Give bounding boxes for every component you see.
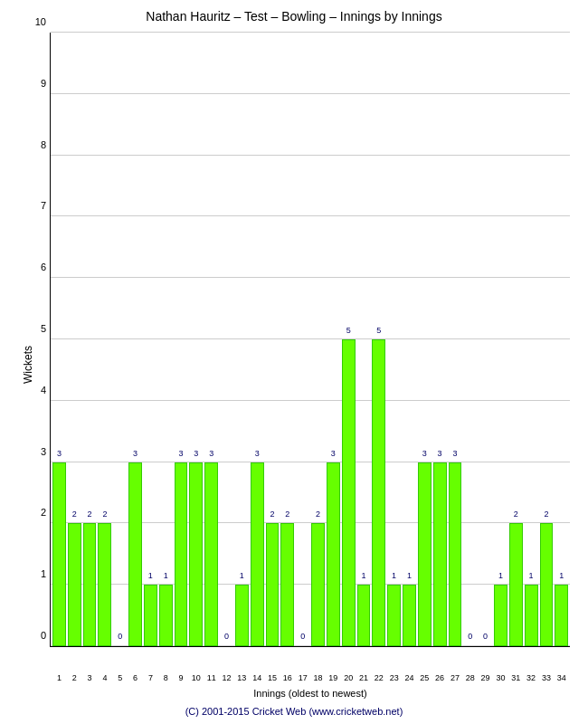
bar-value-label: 2 [285,510,289,519]
bar: 2 [280,523,294,646]
x-tick-label: 20 [342,673,356,682]
bar: 3 [128,462,142,646]
bar-value-label: 2 [514,510,518,519]
bar-value-label: 1 [498,571,503,580]
bar: 1 [357,585,371,646]
bar-wrapper: 1 [525,33,538,646]
chart-title: Nathan Hauritz – Test – Bowling – Inning… [0,0,588,28]
bar-wrapper: 0 [220,33,233,646]
bar-wrapper: 0 [296,33,309,646]
bar-wrapper: 2 [83,33,97,646]
x-tick-label: 19 [327,673,340,682]
bar-value-label: 3 [179,449,184,458]
bar-value-label: 3 [452,449,457,458]
x-axis-labels: 1234567891011121314151617181920212223242… [51,673,570,682]
bar: 1 [555,585,568,646]
bar-wrapper: 1 [357,33,371,646]
x-tick-label: 21 [357,673,371,682]
bar-value-label: 5 [376,326,381,335]
x-tick-label: 22 [372,673,385,682]
bar-wrapper: 0 [113,33,127,646]
x-tick-label: 27 [449,673,462,682]
bar-value-label: 0 [468,632,472,641]
bar-value-label: 1 [361,571,365,580]
bar: 3 [418,462,432,646]
bar: 3 [52,462,66,646]
x-tick-label: 18 [311,673,325,682]
x-tick-label: 8 [159,673,173,682]
y-tick-label: 10 [35,16,46,27]
bar: 2 [98,523,111,646]
y-tick-label: 4 [41,385,46,395]
bar: 2 [311,523,325,646]
y-tick-label: 7 [41,200,46,211]
chart-area: Wickets 32220311333013220235151133300121… [0,28,588,701]
y-tick-label: 2 [41,507,46,518]
bar-wrapper: 0 [479,33,492,646]
x-tick-label: 17 [296,673,309,682]
bar: 2 [509,523,523,646]
bar-value-label: 2 [72,510,77,519]
bar-value-label: 0 [483,632,488,641]
bar-wrapper: 1 [159,33,173,646]
bar: 3 [204,462,218,646]
bar-wrapper: 3 [189,33,203,646]
bar: 2 [68,523,81,646]
x-tick-label: 16 [280,673,294,682]
bar-wrapper: 2 [540,33,554,646]
bar: 2 [83,523,97,646]
y-tick-label: 6 [41,262,46,272]
plot-area: 3222031133301322023515113330012121 12345… [50,33,570,647]
x-tick-label: 31 [509,673,523,682]
bar-wrapper: 3 [327,33,340,646]
bar-wrapper: 2 [509,33,523,646]
bar-wrapper: 1 [387,33,401,646]
chart-container: Nathan Hauritz – Test – Bowling – Inning… [0,0,588,724]
bar: 1 [144,585,157,646]
bar-value-label: 1 [407,571,412,580]
x-tick-label: 3 [83,673,97,682]
bar: 1 [403,585,416,646]
bar-value-label: 1 [529,571,534,580]
x-tick-label: 10 [189,673,203,682]
bar-wrapper: 2 [280,33,294,646]
bar: 2 [540,523,554,646]
bar-value-label: 3 [57,449,62,458]
bar-wrapper: 1 [555,33,568,646]
x-tick-label: 11 [204,673,218,682]
bar: 3 [175,462,188,646]
copyright: (C) 2001-2015 Cricket Web (www.cricketwe… [0,701,588,724]
y-tick-label: 0 [41,630,46,641]
y-tick-label: 9 [41,78,46,89]
x-tick-label: 7 [144,673,157,682]
bar-wrapper: 3 [433,33,447,646]
bar-wrapper: 2 [266,33,280,646]
bar-wrapper: 2 [98,33,111,646]
x-tick-label: 2 [68,673,81,682]
bar: 1 [235,585,249,646]
bar: 3 [251,462,264,646]
bar-value-label: 1 [392,571,396,580]
bar-wrapper: 3 [449,33,462,646]
x-tick-label: 28 [463,673,477,682]
bar-wrapper: 5 [372,33,385,646]
bar: 3 [433,462,447,646]
bar-wrapper: 3 [175,33,188,646]
bar-value-label: 3 [422,449,427,458]
bar-wrapper: 3 [128,33,142,646]
x-tick-label: 5 [113,673,127,682]
x-tick-label: 30 [494,673,507,682]
bar-value-label: 2 [316,510,320,519]
x-tick-label: 12 [220,673,233,682]
bar-value-label: 2 [102,510,107,519]
x-tick-label: 9 [175,673,188,682]
bar-wrapper: 1 [235,33,249,646]
bar-value-label: 1 [240,571,244,580]
bar-wrapper: 2 [68,33,81,646]
x-tick-label: 1 [52,673,66,682]
bar: 1 [159,585,173,646]
x-tick-label: 23 [387,673,401,682]
bar: 5 [372,339,385,646]
bar-wrapper: 0 [463,33,477,646]
y-tick-label: 5 [41,323,46,334]
